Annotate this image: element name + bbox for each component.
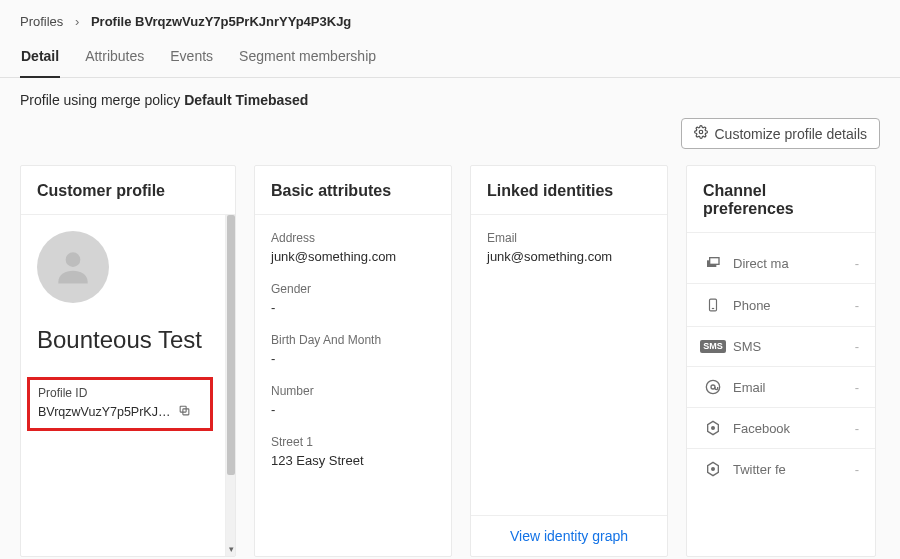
attr-row: Gender - [271,282,435,315]
channel-row: Phone - [687,284,875,327]
scrollbar[interactable]: ▾ [225,215,235,556]
tab-segment-membership[interactable]: Segment membership [238,38,377,78]
copy-icon[interactable] [178,404,191,420]
phone-icon [703,296,723,314]
channel-preferences-card: Channel preferences Direct ma - Phone - … [686,165,876,557]
svg-point-11 [712,427,715,430]
basic-attributes-card: Basic attributes Address junk@something.… [254,165,452,557]
tab-detail[interactable]: Detail [20,38,60,78]
facebook-icon [703,420,723,436]
tabs: Detail Attributes Events Segment members… [0,37,900,78]
tab-events[interactable]: Events [169,38,214,78]
profile-id-label: Profile ID [38,386,202,400]
svg-point-1 [66,252,81,267]
svg-rect-5 [710,258,719,265]
customer-profile-card: Customer profile Bounteous Test Profile … [20,165,236,557]
view-identity-graph-link[interactable]: View identity graph [510,528,628,544]
customer-profile-scroll: Bounteous Test Profile ID BVrqzwVuzY7p5P… [21,215,235,556]
card-title: Channel preferences [687,166,875,233]
linked-identities-card: Linked identities Email junk@something.c… [470,165,668,557]
gear-icon [694,125,708,142]
svg-point-13 [712,468,715,471]
attr-row: Street 1 123 Easy Street [271,435,435,468]
breadcrumb-root[interactable]: Profiles [20,14,63,29]
scroll-down-icon[interactable]: ▾ [226,544,236,554]
twitter-icon [703,461,723,477]
chevron-right-icon: › [75,14,79,29]
attr-row: Number - [271,384,435,417]
channel-row: Direct ma - [687,243,875,284]
channel-row: Twitter fe - [687,449,875,489]
card-title: Basic attributes [255,166,451,215]
scrollbar-thumb[interactable] [227,215,235,475]
channel-row: Email - [687,367,875,408]
channel-row: Facebook - [687,408,875,449]
profile-id-value: BVrqzwVuzY7p5PrKJnrYY... [38,405,174,419]
actions-row: Customize profile details [0,108,900,165]
cards-grid: Customer profile Bounteous Test Profile … [0,165,900,559]
sms-icon: SMS [703,340,723,353]
card-title: Customer profile [21,166,235,215]
profile-id-box: Profile ID BVrqzwVuzY7p5PrKJnrYY... [27,377,213,431]
breadcrumb: Profiles › Profile BVrqzwVuzY7p5PrKJnrYY… [0,0,900,37]
svg-point-0 [700,130,704,134]
direct-mail-icon [703,255,723,271]
customer-name: Bounteous Test [37,325,209,355]
avatar [37,231,109,303]
attr-row: Address junk@something.com [271,231,435,264]
identity-row: Email junk@something.com [487,231,651,264]
customize-profile-details-button[interactable]: Customize profile details [681,118,880,149]
channel-row: SMS SMS - [687,327,875,367]
tab-attributes[interactable]: Attributes [84,38,145,78]
view-identity-graph[interactable]: View identity graph [471,515,667,556]
card-title: Linked identities [471,166,667,215]
merge-policy-line: Profile using merge policy Default Timeb… [0,78,900,108]
breadcrumb-current: Profile BVrqzwVuzY7p5PrKJnrYYp4P3KJg [91,14,351,29]
email-icon [703,379,723,395]
attr-row: Birth Day And Month - [271,333,435,366]
svg-rect-6 [710,299,717,311]
